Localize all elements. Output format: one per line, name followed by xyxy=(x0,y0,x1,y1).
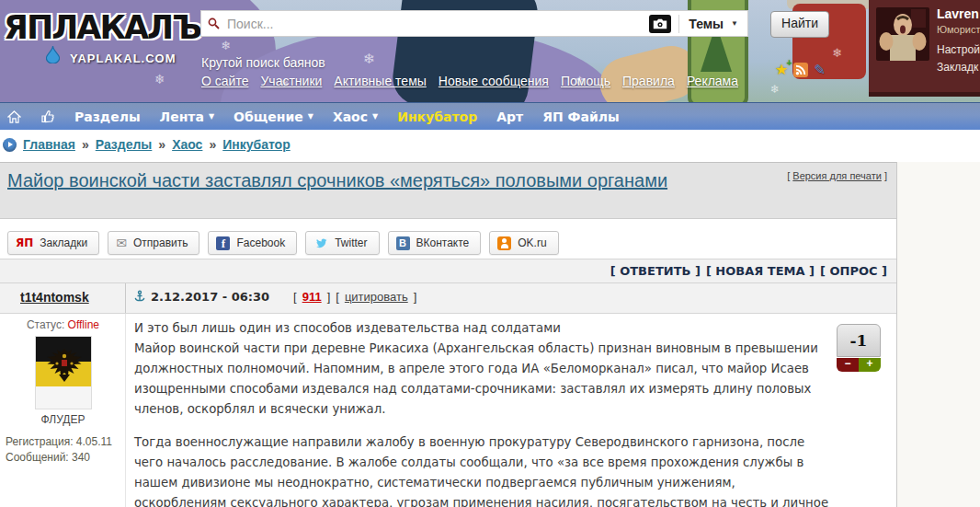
main-nav: Разделы Лента▼ Общение▼ Хаос▼ Инкубатор … xyxy=(0,102,980,130)
user-avatar[interactable] xyxy=(876,7,929,61)
imperial-eagle-icon xyxy=(46,345,83,400)
header-link-members[interactable]: Участники xyxy=(260,74,322,88)
nav-item-communication[interactable]: Общение▼ xyxy=(234,109,313,124)
camera-icon xyxy=(653,18,667,29)
snowflake-decor xyxy=(770,83,780,96)
quote-link[interactable]: цитировать xyxy=(345,290,408,304)
send-button[interactable]: ✉ Отправить xyxy=(108,231,199,255)
panel-settings-link[interactable]: Настрой xyxy=(937,43,980,56)
edit-pencil-icon[interactable]: ✎ xyxy=(814,62,826,78)
rss-icon[interactable] xyxy=(793,63,808,77)
nav-item-chaos[interactable]: Хаос▼ xyxy=(333,109,378,124)
search-input[interactable] xyxy=(225,16,649,32)
post-author-link[interactable]: t1t4ntomsk xyxy=(20,290,89,305)
header-link-new-messages[interactable]: Новые сообщения xyxy=(439,74,549,88)
search-scope-label: Темы xyxy=(689,17,724,31)
breadcrumb: Главная » Разделы » Хаос » Инкубатор xyxy=(3,137,291,152)
thumbs-up-icon[interactable] xyxy=(40,109,55,123)
search-icon xyxy=(208,17,220,29)
site-logo-text: ЯПЛАКАЛЪ xyxy=(4,9,201,46)
twitter-share-button[interactable]: Twitter xyxy=(305,231,379,255)
facebook-icon: f xyxy=(216,236,230,250)
header-link-active-topics[interactable]: Активные темы xyxy=(334,74,427,88)
message-count: Сообщений: 340 xyxy=(6,451,90,464)
vk-share-button[interactable]: В ВКонтакте xyxy=(388,231,482,255)
header-banner: ЯПЛАКАЛЪ YAPLAKAL.COM Темы xyxy=(0,0,980,102)
header-mini-icons: ★+ ✎ xyxy=(775,61,826,78)
post-number-link[interactable]: 911 xyxy=(302,290,322,304)
print-version: [ Версия для печати ] xyxy=(787,170,887,181)
anchor-icon[interactable] xyxy=(134,290,145,304)
reply-button[interactable]: [ ОТВЕТИТЬ ] xyxy=(610,264,701,278)
post-rating-widget: -1 − + xyxy=(837,324,881,372)
post-paragraph: И это был лишь один из способов издевате… xyxy=(134,318,831,420)
topic-title-band: Майор воинской части заставлял срочников… xyxy=(0,162,896,219)
nav-item-art[interactable]: Арт xyxy=(496,109,523,124)
snowflake-decor xyxy=(221,39,231,52)
yap-bookmarks-button[interactable]: ЯП Закладки xyxy=(7,231,99,255)
status-value: Offline xyxy=(68,318,99,331)
right-margin xyxy=(896,162,980,507)
header-link-about[interactable]: О сайте xyxy=(201,74,248,88)
post-header: t1t4ntomsk 2.12.2017 - 06:30 [ 911 ] [ ц… xyxy=(0,283,896,314)
yap-logo-icon: ЯП xyxy=(16,236,33,249)
post-header-meta: 2.12.2017 - 06:30 [ 911 ] [ цитировать ] xyxy=(134,290,416,304)
breadcrumb-sections[interactable]: Разделы xyxy=(96,137,153,152)
new-topic-button[interactable]: [ НОВАЯ ТЕМА ] xyxy=(706,264,815,278)
favorite-star-icon[interactable]: ★+ xyxy=(775,61,788,78)
vote-up-button[interactable]: + xyxy=(859,358,881,372)
ok-share-button[interactable]: OK.ru xyxy=(489,231,558,255)
post-header-author-cell: t1t4ntomsk xyxy=(0,283,126,313)
chevron-down-icon: ▼ xyxy=(731,19,738,28)
rating-value: -1 xyxy=(837,324,881,357)
panel-bookmarks-link[interactable]: Закладк xyxy=(937,61,978,74)
nav-item-yap-files[interactable]: ЯП Файлы xyxy=(542,109,619,124)
search-submit-button[interactable]: Найти xyxy=(770,11,829,38)
chevron-down-icon: ▼ xyxy=(372,112,378,121)
vote-down-button[interactable]: − xyxy=(837,358,859,372)
post-content: И это был лишь один из способов издевате… xyxy=(134,318,831,507)
topic-title-link[interactable]: Майор воинской части заставлял срочников… xyxy=(7,168,715,192)
envelope-icon: ✉ xyxy=(116,236,127,250)
breadcrumb-home[interactable]: Главная xyxy=(23,137,75,152)
image-search-button[interactable] xyxy=(649,15,671,33)
poll-button[interactable]: [ ОПРОС ] xyxy=(820,264,887,278)
user-rank: ФЛУДЕР xyxy=(0,413,126,426)
twitter-bird-icon xyxy=(313,236,328,249)
forum-page: ЯПЛАКАЛЪ YAPLAKAL.COM Темы xyxy=(0,0,980,507)
status-line: Статус: Offline xyxy=(0,318,126,331)
user-panel: Lavren Юморист Настрой Закладк xyxy=(869,0,980,97)
odnoklassniki-icon xyxy=(497,236,511,250)
teardrop-icon xyxy=(46,46,60,63)
chevron-down-icon: ▼ xyxy=(209,112,214,121)
panel-user-role: Юморист xyxy=(937,24,980,35)
share-bar: ЯП Закладки ✉ Отправить f Facebook Twitt… xyxy=(7,231,559,255)
search-tagline: Крутой поиск баянов xyxy=(201,55,325,70)
home-icon[interactable] xyxy=(7,110,21,123)
snowflake-decor xyxy=(363,51,375,67)
nav-item-incubator[interactable]: Инкубатор xyxy=(397,109,477,124)
nav-item-sections[interactable]: Разделы xyxy=(74,109,141,124)
post-author-sidebar: Статус: Offline ФЛУДЕР Регистрация: 4.05… xyxy=(0,314,126,507)
breadcrumb-incubator[interactable]: Инкубатор xyxy=(222,137,291,152)
registration-date: Регистрация: 4.05.11 xyxy=(6,435,112,448)
search-scope-dropdown[interactable]: Темы ▼ xyxy=(679,17,747,31)
post-paragraph: Тогда военнослужащие направили жалобу в … xyxy=(134,432,831,507)
snowflake-decor xyxy=(154,72,165,86)
topic-actions: [ ОТВЕТИТЬ ] [ НОВАЯ ТЕМА ] [ ОПРОС ] xyxy=(0,259,896,283)
header-links: О сайте Участники Активные темы Новые со… xyxy=(201,74,738,88)
panel-username[interactable]: Lavren xyxy=(937,6,979,21)
site-logo-domain: YAPLAKAL.COM xyxy=(70,52,177,65)
site-logo[interactable]: ЯПЛАКАЛЪ YAPLAKAL.COM xyxy=(4,9,201,46)
breadcrumb-chaos[interactable]: Хаос xyxy=(172,137,202,152)
chevron-down-icon: ▼ xyxy=(308,112,313,121)
header-link-help[interactable]: Помощь xyxy=(561,74,610,88)
post-date: 2.12.2017 - 06:30 xyxy=(151,290,269,304)
vk-icon: В xyxy=(396,236,410,250)
nav-item-feed[interactable]: Лента▼ xyxy=(160,109,215,124)
snowflake-decor xyxy=(832,46,842,60)
header-link-rules[interactable]: Правила xyxy=(622,74,675,88)
print-version-link[interactable]: Версия для печати xyxy=(792,170,882,181)
header-link-ads[interactable]: Реклама xyxy=(687,74,738,88)
facebook-share-button[interactable]: f Facebook xyxy=(208,231,297,255)
